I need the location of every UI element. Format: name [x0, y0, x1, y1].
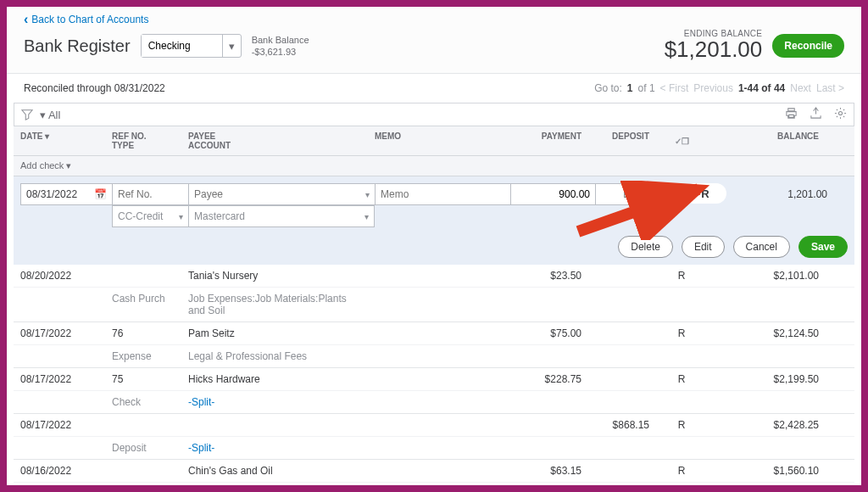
- export-icon[interactable]: [810, 107, 822, 122]
- edit-row: 08/31/2022📅 R 1,201.00 CC-Credit Masterc…: [14, 176, 854, 265]
- save-button[interactable]: Save: [798, 236, 848, 258]
- delete-button[interactable]: Delete: [618, 236, 673, 258]
- table-row[interactable]: 08/16/2022Chin's Gas and Oil$63.15R$1,56…: [14, 460, 854, 492]
- pager-first[interactable]: < First: [660, 82, 689, 94]
- col-deposit: DEPOSIT: [588, 126, 656, 155]
- pager-last[interactable]: Last >: [816, 82, 844, 94]
- payee-input[interactable]: [188, 183, 375, 205]
- col-account: ACCOUNT: [188, 141, 361, 150]
- add-check-row[interactable]: Add check ▾: [14, 156, 854, 176]
- type-input[interactable]: CC-Credit: [112, 205, 188, 227]
- date-input[interactable]: 08/31/2022📅: [20, 183, 112, 205]
- col-type: TYPE: [112, 141, 175, 150]
- account-selector-input[interactable]: [142, 35, 222, 57]
- gear-icon[interactable]: [834, 107, 847, 122]
- pager-next[interactable]: Next: [790, 82, 811, 94]
- account-selector[interactable]: ▾: [141, 34, 242, 58]
- ending-balance-value: $1,201.00: [665, 36, 763, 63]
- table-row[interactable]: 08/17/202275Hicks Hardware$228.75R$2,199…: [14, 368, 854, 414]
- bank-balance-value: -$3,621.93: [252, 46, 309, 58]
- reconciled-through: Reconciled through 08/31/2022: [24, 82, 165, 94]
- col-memo: MEMO: [368, 126, 504, 155]
- chevron-down-icon[interactable]: ▾: [222, 35, 241, 57]
- table-row[interactable]: 08/17/202276Pam Seitz$75.00R$2,124.50Exp…: [14, 322, 854, 368]
- svg-point-0: [838, 111, 842, 115]
- col-payee: PAYEE: [188, 131, 361, 141]
- table-row[interactable]: 08/17/2022$868.15R$2,428.25Deposit-Split…: [14, 414, 854, 460]
- cancel-button[interactable]: Cancel: [733, 236, 790, 258]
- page-title: Bank Register: [24, 36, 131, 56]
- filter-all-toggle[interactable]: ▾ All: [40, 109, 60, 121]
- calendar-icon[interactable]: 📅: [94, 188, 107, 200]
- payment-input[interactable]: [510, 183, 595, 205]
- memo-input[interactable]: [375, 183, 510, 205]
- col-status: ✓❐: [656, 126, 707, 155]
- ref-input[interactable]: [112, 183, 188, 205]
- account-input[interactable]: Mastercard: [188, 205, 375, 227]
- status-pill[interactable]: R: [684, 183, 726, 204]
- pager: Go to: 1 of 1 < First Previous 1-44 of 4…: [594, 82, 844, 94]
- col-balance: BALANCE: [707, 126, 826, 155]
- col-ref: REF NO.: [112, 131, 175, 141]
- filter-icon[interactable]: [21, 109, 33, 120]
- print-icon[interactable]: [785, 107, 798, 122]
- bank-balance-label: Bank Balance: [252, 34, 309, 46]
- col-date[interactable]: DATE ▾: [14, 126, 105, 155]
- edit-button[interactable]: Edit: [682, 236, 725, 258]
- deposit-input[interactable]: [595, 183, 663, 205]
- pager-range: 1-44 of 44: [738, 82, 785, 94]
- col-payment: PAYMENT: [504, 126, 588, 155]
- edit-balance: 1,201.00: [748, 183, 832, 205]
- table-row[interactable]: 08/20/2022Tania's Nursery$23.50R$2,101.0…: [14, 265, 854, 322]
- back-link[interactable]: Back to Chart of Accounts: [24, 12, 148, 27]
- pager-prev[interactable]: Previous: [693, 82, 733, 94]
- reconcile-button[interactable]: Reconcile: [772, 34, 844, 58]
